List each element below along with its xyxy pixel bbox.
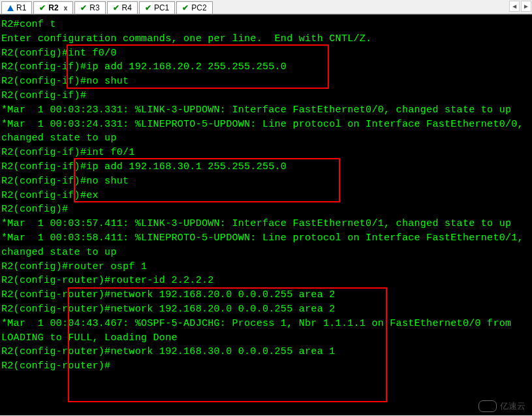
check-icon: ✔ xyxy=(39,3,46,12)
scroll-right-icon[interactable]: ► xyxy=(521,1,531,12)
check-icon: ✔ xyxy=(80,3,87,12)
tab-label: PC2 xyxy=(191,3,206,12)
check-icon: ✔ xyxy=(182,3,189,12)
scroll-left-icon[interactable]: ◄ xyxy=(509,1,520,12)
warning-icon xyxy=(7,5,14,11)
tab-r3[interactable]: ✔ R3 xyxy=(74,1,105,14)
tab-pc2[interactable]: ✔ PC2 xyxy=(176,1,212,14)
watermark-logo-icon xyxy=(478,400,497,412)
tab-label: R2 xyxy=(48,3,58,12)
tab-label: R4 xyxy=(122,3,132,12)
watermark-text: 亿速云 xyxy=(500,400,525,412)
tab-bar: R1 ✔ R2 x ✔ R3 ✔ R4 ✔ PC1 ✔ PC2 ◄ ► xyxy=(0,0,532,14)
tab-scroll-controls: ◄ ► xyxy=(509,1,531,12)
check-icon: ✔ xyxy=(145,3,151,12)
tab-r2[interactable]: ✔ R2 x xyxy=(33,1,73,14)
watermark: 亿速云 xyxy=(478,400,525,412)
tab-label: R1 xyxy=(16,3,26,12)
tab-label: PC1 xyxy=(154,3,169,12)
check-icon: ✔ xyxy=(113,3,119,12)
tab-pc1[interactable]: ✔ PC1 xyxy=(139,1,175,14)
terminal-output[interactable]: R2#conf t Enter configuration commands, … xyxy=(0,14,532,415)
close-icon[interactable]: x xyxy=(64,5,68,12)
tab-label: R3 xyxy=(89,3,99,12)
tab-r1[interactable]: R1 xyxy=(1,1,32,14)
tab-r4[interactable]: ✔ R4 xyxy=(107,1,138,14)
